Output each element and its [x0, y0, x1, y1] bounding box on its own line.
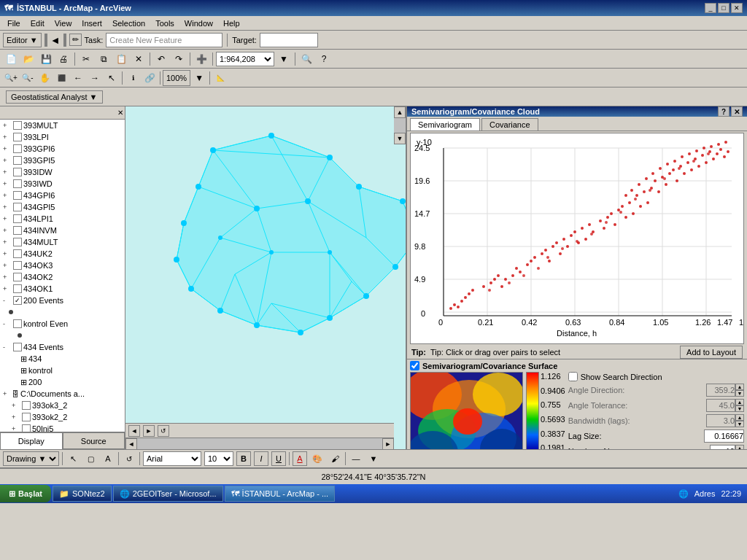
- percentage-dropdown[interactable]: ▼: [191, 70, 207, 86]
- list-item[interactable]: ⊞ kontrol: [0, 365, 125, 376]
- target-input[interactable]: [260, 33, 318, 47]
- layer-checkbox[interactable]: [13, 238, 22, 246]
- layout-toggle[interactable]: 📐: [212, 70, 228, 86]
- layer-checkbox[interactable]: [13, 296, 22, 305]
- color2-btn[interactable]: 🖌: [328, 451, 342, 466]
- add-data-btn[interactable]: ➕: [193, 51, 209, 67]
- pencil-tool[interactable]: ✏: [69, 34, 82, 46]
- list-item[interactable]: + 434INVM: [0, 225, 125, 236]
- task-input[interactable]: [106, 33, 222, 47]
- identify-btn[interactable]: ℹ: [125, 70, 141, 86]
- layer-checkbox[interactable]: [13, 179, 22, 188]
- tab-covariance[interactable]: Covariance: [481, 118, 538, 131]
- add-to-layout-btn[interactable]: Add to Layout: [680, 346, 743, 359]
- menu-file[interactable]: File: [3, 18, 25, 29]
- list-item[interactable]: + 393IDW: [0, 166, 125, 178]
- tab-display[interactable]: Display: [0, 432, 63, 449]
- rotate-btn[interactable]: ↺: [122, 451, 136, 466]
- delete-btn[interactable]: ✕: [131, 51, 147, 67]
- layer-checkbox[interactable]: [13, 343, 22, 351]
- layer-checkbox[interactable]: [13, 191, 22, 200]
- layer-checkbox[interactable]: [13, 168, 22, 176]
- hyperlink-btn[interactable]: 🔗: [142, 70, 158, 86]
- menu-view[interactable]: View: [50, 18, 77, 29]
- close-button[interactable]: ✕: [731, 3, 743, 13]
- draw-rect-btn[interactable]: ▢: [83, 451, 98, 466]
- bandwidth-down[interactable]: ▼: [735, 421, 744, 427]
- back-arrow-btn[interactable]: ◄: [50, 34, 61, 46]
- layer-checkbox[interactable]: [13, 284, 22, 293]
- select-btn[interactable]: ↖: [104, 70, 120, 86]
- copy-btn[interactable]: ⧉: [96, 51, 112, 67]
- list-item[interactable]: ⊞ 200: [0, 376, 125, 388]
- font-color-btn[interactable]: A: [293, 451, 307, 466]
- minimize-button[interactable]: _: [705, 3, 716, 13]
- pan-tool[interactable]: ✋: [36, 70, 53, 86]
- list-item[interactable]: + 434GPI5: [0, 201, 125, 213]
- maximize-button[interactable]: □: [718, 3, 729, 13]
- semivariogram-close-btn[interactable]: ✕: [731, 106, 743, 117]
- menu-window[interactable]: Window: [180, 18, 217, 29]
- list-item[interactable]: ⊞ 434: [0, 353, 125, 365]
- angle-tol-down[interactable]: ▼: [735, 405, 744, 412]
- layer-checkbox[interactable]: [13, 203, 22, 211]
- layer-checkbox[interactable]: [13, 121, 22, 130]
- layer-checkbox[interactable]: [13, 133, 22, 141]
- angle-tol-up[interactable]: ▲: [735, 399, 744, 405]
- scroll-right-btn[interactable]: ►: [382, 438, 394, 449]
- layer-checkbox[interactable]: [22, 413, 31, 421]
- angle-dir-up[interactable]: ▲: [735, 384, 744, 390]
- font-size-select[interactable]: 10: [204, 451, 233, 466]
- layer-checkbox[interactable]: [13, 273, 22, 281]
- percentage-input[interactable]: 100%: [163, 70, 190, 86]
- list-item[interactable]: + 393MULT: [0, 120, 125, 131]
- menu-help[interactable]: Help: [219, 18, 244, 29]
- list-item[interactable]: + 50lni5: [0, 423, 125, 432]
- tab-semivariogram[interactable]: Semivariogram: [410, 118, 480, 131]
- taskbar-item-arcmap[interactable]: 🗺 İSTANBUL - ArcMap - ...: [225, 486, 336, 502]
- semivariogram-help-btn[interactable]: ?: [718, 106, 729, 117]
- scroll-down-btn[interactable]: ▼: [394, 133, 406, 144]
- list-item[interactable]: + 393ok3_2: [0, 400, 125, 411]
- next-extent-btn[interactable]: →: [87, 70, 103, 86]
- list-item[interactable]: + 393ok2_2: [0, 411, 125, 423]
- left-arrow-btn[interactable]: ◄: [128, 425, 140, 437]
- color1-btn[interactable]: 🎨: [310, 451, 325, 466]
- zoom-in-btn[interactable]: 🔍: [298, 51, 314, 67]
- zoom-out-tool[interactable]: 🔍-: [20, 70, 36, 86]
- num-lags-up[interactable]: ▲: [735, 445, 744, 449]
- font-select[interactable]: Arial: [143, 451, 201, 466]
- list-item[interactable]: - 434 Events: [0, 341, 125, 353]
- lag-size-input[interactable]: [704, 429, 744, 443]
- list-item[interactable]: - 200 Events: [0, 295, 125, 306]
- layer-checkbox[interactable]: [13, 156, 22, 165]
- zoom-in-tool[interactable]: 🔍+: [3, 70, 19, 86]
- bold-btn[interactable]: B: [236, 451, 251, 466]
- open-btn[interactable]: 📂: [20, 51, 36, 67]
- right-arrow-btn[interactable]: ►: [143, 425, 155, 437]
- list-item[interactable]: [0, 306, 125, 318]
- editor-dropdown[interactable]: Editor ▼: [3, 33, 42, 47]
- list-item[interactable]: + 393GPI5: [0, 155, 125, 166]
- bandwidth-up[interactable]: ▲: [735, 414, 744, 421]
- layer-checkbox[interactable]: [13, 144, 22, 153]
- drawing-dropdown[interactable]: Drawing ▼: [3, 451, 59, 466]
- line-color-btn[interactable]: —: [349, 451, 363, 466]
- paste-btn[interactable]: 📋: [113, 51, 129, 67]
- list-item[interactable]: + 434LPI1: [0, 213, 125, 225]
- menu-tools[interactable]: Tools: [151, 18, 179, 29]
- list-item[interactable]: + 393IWD: [0, 178, 125, 190]
- list-item[interactable]: + 434GPI6: [0, 190, 125, 201]
- map-area[interactable]: ▲ ▼ ◄ ► ◄ ► ↺: [125, 106, 406, 449]
- geo-analyst-btn[interactable]: Geostatistical Analyst ▼: [6, 90, 103, 104]
- tab-source[interactable]: Source: [63, 432, 125, 449]
- select-tool-btn[interactable]: ↖: [66, 451, 80, 466]
- menu-edit[interactable]: Edit: [26, 18, 49, 29]
- refresh-btn[interactable]: ↺: [158, 425, 169, 437]
- menu-selection[interactable]: Selection: [108, 18, 150, 29]
- layer-checkbox[interactable]: [13, 319, 22, 328]
- close-panel-btn[interactable]: ✕: [117, 109, 123, 117]
- layer-checkbox[interactable]: [13, 261, 22, 270]
- menu-insert[interactable]: Insert: [77, 18, 107, 29]
- text-tool-btn[interactable]: A: [101, 451, 115, 466]
